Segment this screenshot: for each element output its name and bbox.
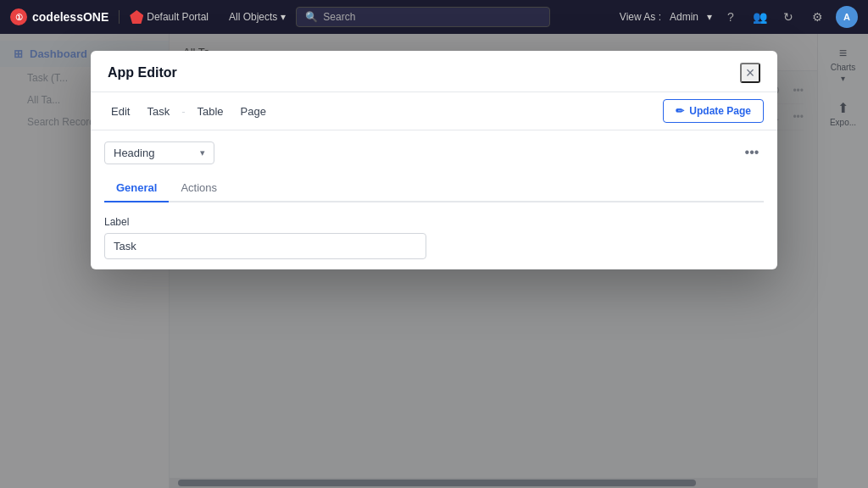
refresh-icon[interactable]: ↻ bbox=[778, 7, 798, 27]
tab-general[interactable]: General bbox=[104, 175, 169, 202]
users-icon[interactable]: 👥 bbox=[749, 7, 770, 27]
tab-actions-label: Actions bbox=[181, 181, 217, 194]
brand-logo[interactable]: ① codelessONE bbox=[10, 8, 108, 25]
update-page-icon: ✏ bbox=[676, 105, 684, 117]
portal-selector[interactable]: Default Portal bbox=[119, 10, 209, 24]
heading-row: Heading ▾ ••• bbox=[104, 141, 764, 164]
brand-name: codelessONE bbox=[32, 10, 108, 24]
heading-dropdown[interactable]: Heading ▾ bbox=[104, 141, 214, 164]
label-field-input[interactable] bbox=[104, 233, 426, 259]
modal-header: App Editor × bbox=[91, 51, 777, 92]
modal-toolbar: Edit Task - Table Page ✏ Update Page bbox=[91, 92, 777, 130]
heading-chevron-icon: ▾ bbox=[200, 147, 205, 158]
avatar[interactable]: A bbox=[836, 6, 858, 28]
modal-tabs: General Actions bbox=[104, 175, 764, 202]
update-page-button[interactable]: ✏ Update Page bbox=[663, 99, 764, 123]
label-field-label: Label bbox=[104, 216, 764, 228]
top-navigation: ① codelessONE Default Portal All Objects… bbox=[0, 0, 868, 34]
toolbar-table[interactable]: Table bbox=[190, 102, 230, 121]
help-icon[interactable]: ? bbox=[721, 7, 741, 27]
search-placeholder: Search bbox=[323, 11, 355, 23]
view-as-label: View As : bbox=[620, 11, 661, 23]
nav-right-area: View As : Admin ▾ ? 👥 ↻ ⚙ A bbox=[620, 6, 858, 28]
portal-label: Default Portal bbox=[147, 11, 209, 23]
toolbar-separator-1: - bbox=[180, 105, 186, 118]
tab-actions[interactable]: Actions bbox=[169, 175, 229, 202]
modal-title: App Editor bbox=[108, 65, 177, 80]
objects-chevron: ▾ bbox=[281, 11, 286, 23]
view-as-chevron: ▾ bbox=[707, 11, 712, 23]
main-area: ⊞ Dashboard Task (T... All Ta... Search … bbox=[0, 34, 868, 488]
search-bar[interactable]: 🔍 Search bbox=[296, 7, 550, 27]
heading-select-value: Heading bbox=[114, 147, 154, 159]
tab-general-label: General bbox=[116, 181, 157, 194]
modal-close-button[interactable]: × bbox=[740, 63, 760, 83]
objects-dropdown[interactable]: All Objects ▾ bbox=[219, 11, 286, 23]
heading-more-options[interactable]: ••• bbox=[740, 141, 764, 164]
objects-label: All Objects bbox=[229, 11, 277, 23]
update-page-label: Update Page bbox=[689, 105, 751, 117]
portal-icon bbox=[130, 10, 143, 24]
modal-body: Heading ▾ ••• General Actions Label bbox=[91, 130, 777, 269]
toolbar-page[interactable]: Page bbox=[234, 102, 273, 121]
app-editor-modal: App Editor × Edit Task - Table Page ✏ Up… bbox=[91, 51, 777, 269]
toolbar-task[interactable]: Task bbox=[140, 102, 176, 121]
toolbar-edit[interactable]: Edit bbox=[104, 102, 136, 121]
view-as-value: Admin bbox=[670, 11, 698, 23]
search-icon: 🔍 bbox=[305, 11, 318, 23]
form-group-label: Label bbox=[104, 216, 764, 259]
brand-icon: ① bbox=[10, 8, 27, 25]
settings-icon[interactable]: ⚙ bbox=[807, 7, 827, 27]
